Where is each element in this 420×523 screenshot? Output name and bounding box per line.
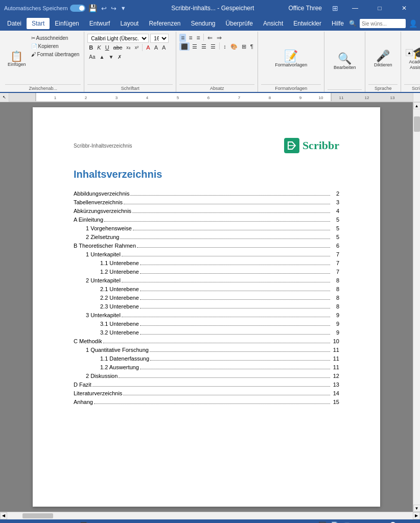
toc-entry: 1.2 Unterebene7 — [74, 269, 339, 275]
horizontal-scrollbar[interactable]: ◀ ▶ — [0, 512, 420, 519]
fontsize-down[interactable]: ▼ — [107, 53, 115, 61]
toc-entry: 2 Unterkapitel8 — [74, 277, 339, 284]
indent-increase[interactable]: ⇒ — [215, 34, 223, 42]
menu-referenzen[interactable]: Referenzen — [144, 18, 185, 29]
formatpaint-button[interactable]: 🖌 Format übertragen — [30, 50, 81, 58]
bold-button[interactable]: B — [87, 43, 95, 52]
toc-entry: 1.1 Unterebene7 — [74, 260, 339, 267]
toc-dots — [122, 256, 330, 256]
list-number-button[interactable]: ≡ — [187, 34, 194, 42]
menu-entwurf[interactable]: Entwurf — [84, 18, 115, 29]
scroll-down-arrow[interactable]: ▼ — [413, 505, 421, 512]
bearbeiten-button[interactable]: 🔍 Bearbeiten — [331, 51, 359, 71]
toc-text: 1.1 Datenerfassung — [100, 355, 149, 362]
svg-text:4: 4 — [146, 96, 149, 100]
copy-button[interactable]: 📄 Kopieren — [30, 42, 81, 50]
strikethrough-button[interactable]: abc — [112, 43, 124, 52]
document-scroll-area[interactable]: Scribbr-Inhaltsverzeichnis Scribbr Inhal… — [0, 102, 413, 512]
search-input[interactable] — [360, 19, 406, 28]
share-icon[interactable]: 👤 — [409, 19, 417, 28]
menu-layout[interactable]: Layout — [115, 18, 144, 29]
toc-entry: Abbildungsverzeichnis2 — [74, 191, 339, 197]
highlight-button[interactable]: A — [153, 43, 159, 52]
shading[interactable]: 🎨 — [229, 42, 239, 51]
toc-text: 1.1 Unterebene — [100, 260, 139, 266]
scroll-up-arrow[interactable]: ▲ — [413, 102, 421, 109]
copy-icon: 📄 — [31, 43, 37, 49]
casechange-button[interactable]: Aa — [87, 53, 97, 61]
toc-dots — [132, 212, 330, 213]
maximize-button[interactable]: □ — [368, 0, 391, 16]
list-multi-button[interactable]: ≡ — [195, 34, 201, 42]
focus-icon[interactable]: 🔲 — [318, 521, 326, 524]
fontcolor-button[interactable]: A — [145, 43, 151, 52]
cut-button[interactable]: ✂ Ausschneiden — [30, 34, 81, 42]
sep2 — [203, 34, 204, 41]
scroll-right-arrow[interactable]: ▶ — [413, 512, 420, 519]
toc-dots — [140, 308, 330, 308]
texteffect-button[interactable]: A — [160, 43, 167, 52]
font-select[interactable]: Calibri Light (Übersc... — [87, 34, 149, 43]
minimize-button[interactable]: — — [343, 0, 367, 16]
vertical-scrollbar[interactable]: ▲ ▼ — [413, 102, 420, 512]
indent-decrease[interactable]: ⇐ — [206, 34, 214, 42]
line-spacing[interactable]: ↕ — [222, 42, 228, 51]
toc-entry: 1.2 Auswertung11 — [74, 364, 339, 371]
menu-datei[interactable]: Datei — [2, 18, 27, 29]
scroll-track — [7, 512, 413, 519]
titlebar-title: Scribbr-inhalts... - Gespeichert — [143, 5, 282, 12]
list-bullet-button[interactable]: ≡ — [179, 34, 186, 42]
print-layout-icon[interactable]: 📄 — [331, 521, 339, 524]
menu-ansicht[interactable]: Ansicht — [258, 18, 288, 29]
titlebar-icons: 💾 ↩ ↪ ▼ — [88, 4, 126, 12]
toc-dots — [122, 317, 330, 317]
menu-entwickler[interactable]: Entwickler — [288, 18, 326, 29]
scroll-left-arrow[interactable]: ◀ — [0, 512, 7, 519]
autosave-toggle[interactable] — [70, 5, 85, 12]
menu-einfuegen[interactable]: Einfügen — [50, 18, 84, 29]
toc-page: 15 — [332, 399, 339, 405]
formatvorlagen-button[interactable]: 📝 Formatvorlagen — [272, 49, 310, 68]
menu-sendung[interactable]: Sendung — [186, 18, 221, 29]
more-icon[interactable]: ▼ — [121, 5, 126, 11]
scroll-h-thumb[interactable] — [22, 513, 53, 518]
grid-icon[interactable]: ⊞ — [328, 4, 342, 12]
align-right[interactable]: ☰ — [200, 42, 208, 51]
underline-button[interactable]: U — [104, 43, 111, 52]
fontsize-up[interactable]: ▲ — [98, 53, 106, 61]
align-center[interactable]: ☰ — [191, 42, 199, 51]
borders[interactable]: ⊞ — [240, 42, 248, 51]
toc-text: 1 Vorgehensweise — [86, 225, 132, 231]
diktieren-button[interactable]: 🎤 Diktieren — [370, 49, 396, 68]
autosave-text: Automatisches Speichern — [4, 5, 68, 11]
toc-dots — [150, 360, 330, 361]
clearformat-button[interactable]: ✗ — [116, 53, 123, 61]
sub-button[interactable]: x₂ — [125, 43, 132, 52]
close-button[interactable]: ✕ — [392, 0, 416, 16]
font-size-select[interactable]: 16 — [150, 34, 169, 43]
save-icon[interactable]: 💾 — [88, 4, 97, 12]
read-mode-icon[interactable]: 📖 — [343, 521, 351, 524]
menu-start[interactable]: Start — [27, 18, 50, 29]
toc-page: 8 — [332, 286, 339, 292]
align-justify[interactable]: ☰ — [209, 42, 217, 51]
toc-text: A Einleitung — [74, 217, 103, 223]
sep3 — [219, 42, 220, 50]
menu-hilfe[interactable]: Hilfe — [326, 18, 349, 29]
show-marks[interactable]: ¶ — [249, 42, 255, 51]
toc-entry: Anhang15 — [74, 399, 339, 406]
paste-button[interactable]: 📋 Einfügen — [5, 34, 29, 83]
sep1 — [142, 44, 143, 51]
redo-icon[interactable]: ↪ — [111, 5, 116, 12]
statusbar-right: 🔲 📄 📖 100 % — [318, 521, 416, 524]
italic-button[interactable]: K — [96, 43, 102, 52]
scroll-thumb[interactable] — [414, 116, 420, 132]
ruler-scrollbar — [413, 93, 420, 102]
toc-dots — [124, 204, 330, 204]
ribbon-expand[interactable]: ▲ — [406, 49, 413, 56]
align-left[interactable]: ⬛ — [179, 42, 190, 51]
menu-ueberpruefe[interactable]: Überprüfe — [221, 18, 258, 29]
sup-button[interactable]: x² — [133, 43, 141, 52]
undo-icon[interactable]: ↩ — [101, 5, 107, 12]
ruler-corner: ↖ — [0, 93, 9, 102]
